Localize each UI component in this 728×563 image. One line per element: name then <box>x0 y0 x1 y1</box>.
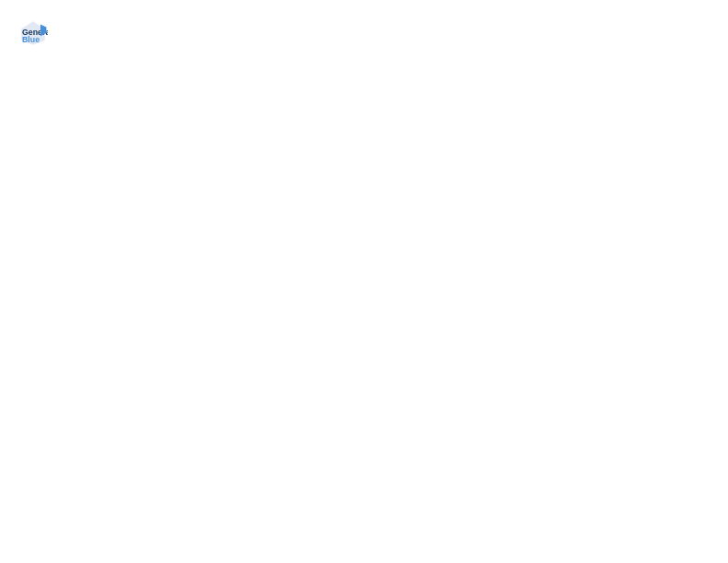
page-header: General Blue <box>18 18 710 48</box>
logo-icon: General Blue <box>18 18 48 48</box>
logo: General Blue <box>18 18 51 48</box>
svg-text:Blue: Blue <box>22 35 40 44</box>
